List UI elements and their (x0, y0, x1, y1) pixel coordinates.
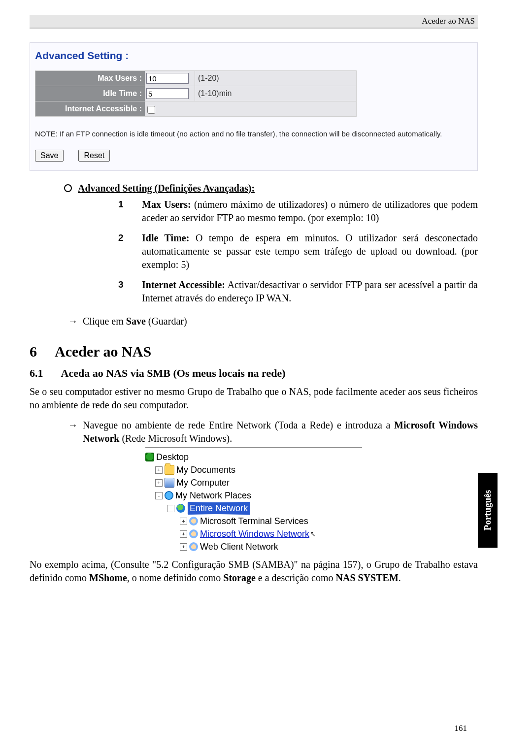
save-button[interactable]: Save (35, 150, 64, 162)
intro-paragraph: Se o seu computador estiver no mesmo Gru… (30, 385, 478, 412)
collapse-icon[interactable]: - (155, 492, 163, 499)
tree-my-documents: + My Documents (155, 463, 362, 476)
idle-time-input[interactable] (146, 88, 189, 99)
li3-bold: Internet Accessible: (142, 279, 225, 290)
list-item-1: Max Users: (número máximo de utilizadore… (118, 198, 478, 231)
outro-post: . (399, 572, 401, 583)
tree-desktop: Desktop (145, 451, 362, 463)
label-max-users: Max Users : (35, 71, 145, 86)
tree-mydocs-label: My Documents (176, 464, 235, 476)
section-number: 6 (30, 342, 37, 362)
label-idle-time: Idle Time : (35, 86, 145, 101)
page-header: Aceder ao NAS (30, 15, 478, 29)
row-max-users: Max Users : (1-20) (35, 71, 357, 86)
language-tab: Português (478, 473, 498, 548)
panel-note: NOTE: If an FTP connection is idle timeo… (35, 130, 469, 138)
arrow-icon: → (68, 315, 78, 328)
tree-webclient-label: Web Client Network (200, 541, 278, 553)
hint-max-users: (1-20) (195, 71, 357, 86)
tree-terminal-services: + Microsoft Terminal Services (180, 515, 362, 527)
tree-my-computer: + My Computer (155, 476, 362, 489)
panel-title: Advanced Setting : (35, 50, 469, 62)
collapse-icon[interactable]: - (167, 505, 174, 512)
tree-microsoft-windows-network: + Microsoft Windows Network ↖ (180, 527, 362, 540)
globe-icon (176, 504, 185, 513)
expand-icon[interactable]: + (155, 466, 163, 474)
tree-mycomp-label: My Computer (176, 477, 230, 489)
button-row: Save Reset (35, 150, 469, 162)
section-6-heading: 6 Aceder ao NAS (30, 342, 478, 362)
outro-paragraph: No exemplo acima, (Consulte "5.2 Configu… (30, 558, 478, 585)
network-node-icon (189, 529, 198, 538)
nav-pre: Navegue no ambiente de rede Entire Netwo… (83, 420, 394, 430)
tree-web-client-network: + Web Client Network (180, 540, 362, 553)
network-tree-figure: Desktop + My Documents + My Computer - M… (145, 447, 362, 553)
advanced-setting-panel: Advanced Setting : Max Users : (1-20) Id… (30, 42, 478, 171)
row-internet-accessible: Internet Accessible : (35, 101, 357, 117)
section-title: Aceder ao NAS (55, 342, 151, 362)
tree-entire-network: - Entire Network (167, 502, 362, 515)
outro-mid1: , o nome definido como (127, 572, 224, 583)
adv-setting-heading: Advanced Setting (Definições Avançadas): (78, 182, 255, 195)
subsection-number: 6.1 (30, 366, 43, 381)
row-idle-time: Idle Time : (1-10)min (35, 86, 357, 101)
max-users-input[interactable] (146, 73, 189, 84)
arrow-icon: → (68, 419, 78, 445)
network-node-icon (189, 517, 198, 526)
tree-desktop-label: Desktop (156, 451, 189, 463)
li1-bold: Max Users: (142, 199, 191, 210)
network-node-icon (189, 542, 198, 551)
bullet-circle-icon (64, 184, 72, 192)
save-pre: Clique em (83, 316, 126, 327)
li1-text: (número máximo de utilizadores) o número… (142, 199, 478, 223)
internet-accessible-checkbox[interactable] (147, 106, 155, 114)
desktop-icon (145, 453, 154, 461)
save-instruction: → Clique em Save (Guardar) (68, 315, 478, 328)
network-places-icon (165, 491, 173, 500)
save-post: (Guardar) (146, 316, 187, 327)
header-title: Aceder ao NAS (422, 16, 475, 26)
cursor-icon: ↖ (310, 529, 316, 539)
cell-idle-time-input (145, 86, 195, 101)
li2-bold: Idle Time: (142, 232, 189, 243)
tree-netplaces-label: My Network Places (175, 490, 251, 501)
tree-entire-label[interactable]: Entire Network (187, 502, 250, 515)
tree-mswin-link[interactable]: Microsoft Windows Network (200, 528, 309, 540)
settings-table: Max Users : (1-20) Idle Time : (1-10)min… (35, 70, 357, 117)
expand-icon[interactable]: + (180, 543, 187, 551)
li2-text: O tempo de espera em minutos. O utilizad… (142, 232, 478, 270)
subsection-title: Aceda ao NAS via SMB (Os meus locais na … (61, 366, 286, 381)
tree-term-label: Microsoft Terminal Services (200, 515, 308, 527)
expand-icon[interactable]: + (180, 530, 187, 538)
navigate-instruction: → Navegue no ambiente de rede Entire Net… (68, 419, 478, 445)
outro-mid2: e a descrição como (256, 572, 336, 583)
reset-button[interactable]: Reset (78, 150, 110, 162)
tree-my-network-places: - My Network Places (155, 489, 362, 502)
list-item-3: Internet Accessible: Activar/desactivar … (118, 278, 478, 312)
subsection-6-1-heading: 6.1 Aceda ao NAS via SMB (Os meus locais… (30, 366, 478, 381)
hint-idle-time: (1-10)min (195, 86, 357, 101)
expand-icon[interactable]: + (155, 479, 163, 487)
list-item-2: Idle Time: O tempo de espera em minutos.… (118, 231, 478, 278)
cell-max-users-input (145, 71, 195, 86)
outro-b2: Storage (223, 572, 256, 583)
save-bold: Save (126, 316, 146, 327)
computer-icon (165, 478, 174, 488)
definitions-list: Max Users: (número máximo de utilizadore… (30, 198, 478, 312)
page-number: 161 (455, 723, 467, 733)
language-tab-label: Português (482, 490, 493, 530)
outro-b3: NAS SYSTEM (336, 572, 399, 583)
nav-post: (Rede Microsoft Windows). (119, 433, 232, 444)
expand-icon[interactable]: + (180, 518, 187, 525)
outro-b1: MShome (89, 572, 127, 583)
cell-internet-input (145, 101, 357, 117)
adv-setting-bullet: Advanced Setting (Definições Avançadas): (64, 182, 478, 195)
folder-icon (165, 465, 174, 475)
label-internet: Internet Accessible : (35, 101, 145, 117)
